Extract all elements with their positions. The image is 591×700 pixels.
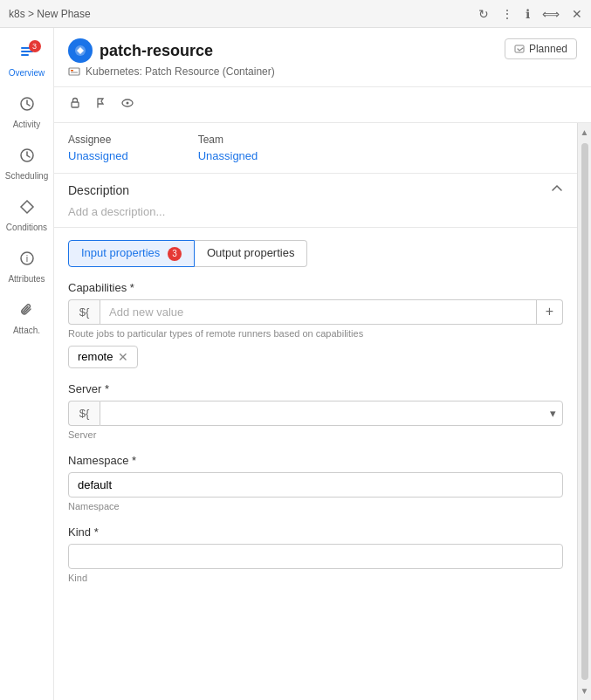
namespace-sublabel: Namespace — [68, 501, 563, 511]
server-prefix-text: ${ — [79, 407, 90, 420]
tag-remote-remove[interactable]: ✕ — [118, 350, 128, 364]
scheduling-label: Scheduling — [5, 171, 48, 181]
server-label: Server * — [68, 382, 563, 395]
assignee-label: Assignee — [68, 134, 128, 146]
sidebar-item-overview[interactable]: 3 Overview — [0, 35, 53, 86]
overview-icon: 3 — [18, 44, 36, 65]
tab-output-properties[interactable]: Output properties — [195, 240, 307, 267]
outer-scroll: Assignee Unassigned Team Unassigned Desc… — [54, 123, 591, 700]
svg-rect-12 — [72, 102, 79, 107]
kind-sublabel: Kind — [68, 573, 563, 583]
scroll-up-button[interactable]: ▲ — [578, 125, 591, 140]
attributes-icon: i — [18, 250, 36, 271]
capabilities-hint: Route jobs to particular types of remote… — [68, 328, 563, 339]
capabilities-add-button[interactable]: + — [537, 299, 563, 325]
tag-remote-label: remote — [78, 350, 113, 363]
title-bar: k8s > New Phase ↻ ⋮ ℹ ⟺ ✕ — [0, 0, 591, 28]
tab-input-label: Input properties — [81, 246, 160, 259]
team-value[interactable]: Unassigned — [198, 149, 258, 162]
attach-label: Attach. — [13, 326, 40, 335]
breadcrumb: k8s > New Phase — [9, 8, 91, 20]
subtitle-text: Kubernetes: Patch Resource (Container) — [86, 65, 275, 78]
toolbar — [54, 87, 591, 123]
content-area: patch-resource Kubernetes: Patch Resourc… — [54, 28, 591, 700]
namespace-input[interactable] — [68, 472, 563, 498]
capabilities-input-row: ${ + — [68, 299, 563, 325]
svg-rect-8 — [69, 68, 79, 75]
tab-input-properties[interactable]: Input properties 3 — [68, 240, 195, 267]
title-bar-actions: ↻ ⋮ ℹ ⟺ ✕ — [478, 7, 582, 21]
assignee-field: Assignee Unassigned — [68, 134, 128, 162]
description-title: Description — [68, 183, 129, 197]
planned-button[interactable]: Planned — [505, 38, 577, 59]
description-header: Description — [68, 182, 563, 198]
scroll-controls: ▲ ▼ — [577, 123, 591, 700]
server-prefix: ${ — [68, 401, 100, 426]
activity-label: Activity — [13, 120, 41, 129]
main-layout: 3 Overview Activity Scheduling — [0, 28, 591, 700]
server-select-wrapper: ▾ — [100, 401, 563, 426]
lock-icon[interactable] — [68, 96, 82, 113]
content-header: patch-resource Kubernetes: Patch Resourc… — [54, 28, 591, 87]
scroll-down-button[interactable]: ▼ — [578, 683, 591, 698]
scroll-thumb — [581, 143, 588, 680]
capabilities-label-text: Capabilities * — [68, 281, 134, 294]
kind-label: Kind * — [68, 525, 563, 539]
description-collapse-button[interactable] — [551, 182, 563, 198]
svg-text:i: i — [25, 253, 27, 264]
capabilities-prefix: ${ — [68, 299, 100, 325]
assignee-section: Assignee Unassigned Team Unassigned — [54, 123, 577, 173]
team-label: Team — [198, 134, 258, 146]
tab-input-badge: 3 — [168, 247, 182, 261]
capabilities-prefix-text: ${ — [79, 305, 90, 319]
expand-icon[interactable]: ⟺ — [542, 7, 560, 21]
namespace-label-text: Namespace * — [68, 454, 136, 467]
tag-remote: remote ✕ — [68, 346, 138, 368]
attributes-label: Attributes — [8, 274, 45, 284]
sidebar-item-activity[interactable]: Activity — [0, 86, 53, 138]
subtitle-icon — [68, 65, 80, 78]
close-icon[interactable]: ✕ — [572, 7, 582, 21]
refresh-icon[interactable]: ↻ — [478, 7, 489, 21]
server-input-row: ${ ▾ — [68, 401, 563, 426]
menu-icon[interactable]: ⋮ — [501, 7, 513, 21]
svg-rect-10 — [71, 72, 78, 73]
svg-rect-2 — [21, 54, 29, 56]
attach-icon — [18, 301, 36, 323]
kind-input[interactable] — [68, 544, 563, 569]
overview-label: Overview — [9, 68, 45, 78]
conditions-icon — [18, 198, 36, 220]
flag-icon[interactable] — [94, 96, 108, 113]
namespace-field: Namespace * Namespace — [68, 454, 563, 511]
header-subtitle: Kubernetes: Patch Resource (Container) — [68, 65, 275, 78]
scheduling-icon — [18, 147, 36, 168]
kind-field: Kind * Kind — [68, 525, 563, 583]
sidebar-item-conditions[interactable]: Conditions — [0, 189, 53, 241]
activity-icon — [18, 95, 36, 117]
sidebar-item-attributes[interactable]: i Attributes — [0, 241, 53, 292]
assignee-value[interactable]: Unassigned — [68, 149, 128, 162]
server-field: Server * ${ ▾ — [68, 382, 563, 440]
header-left: patch-resource Kubernetes: Patch Resourc… — [68, 38, 275, 78]
server-label-text: Server * — [68, 382, 109, 395]
capabilities-tags: remote ✕ — [68, 346, 563, 368]
description-placeholder[interactable]: Add a description... — [68, 205, 563, 218]
kind-label-text: Kind * — [68, 525, 99, 539]
eye-icon[interactable] — [120, 96, 134, 113]
capabilities-input[interactable] — [100, 299, 537, 325]
properties-area: Input properties 3 Output properties Cap… — [54, 227, 577, 609]
team-field: Team Unassigned — [198, 134, 258, 162]
capabilities-label: Capabilities * — [68, 281, 563, 294]
tabs-container: Input properties 3 Output properties — [68, 240, 563, 267]
server-select[interactable] — [100, 401, 563, 426]
planned-label: Planned — [529, 43, 567, 55]
svg-point-14 — [127, 102, 129, 105]
sidebar: 3 Overview Activity Scheduling — [0, 28, 54, 700]
conditions-label: Conditions — [6, 223, 47, 232]
server-sublabel: Server — [68, 429, 563, 440]
sidebar-item-scheduling[interactable]: Scheduling — [0, 138, 53, 189]
sidebar-item-attach[interactable]: Attach. — [0, 292, 53, 344]
overview-badge: 3 — [29, 40, 41, 52]
info-icon[interactable]: ℹ — [526, 7, 530, 21]
main-scroll[interactable]: Assignee Unassigned Team Unassigned Desc… — [54, 123, 577, 700]
